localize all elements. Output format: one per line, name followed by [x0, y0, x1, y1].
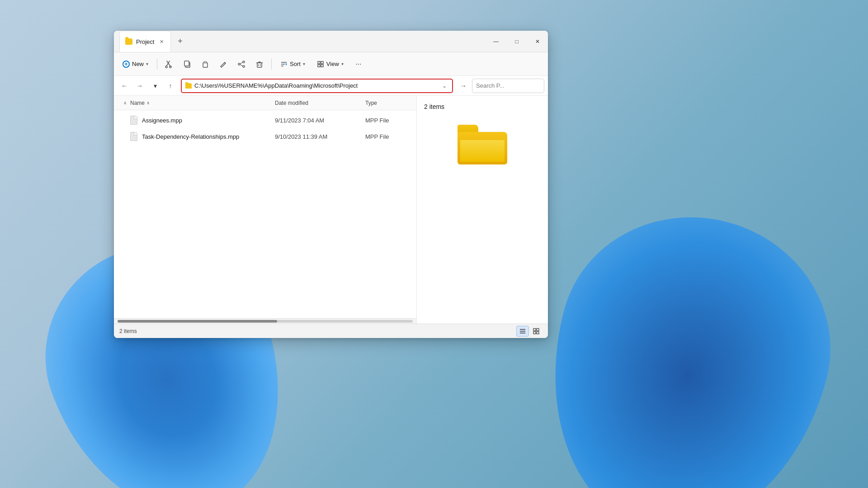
address-chevron-icon[interactable]: ⌄: [440, 82, 448, 90]
cut-icon: [165, 60, 173, 68]
back-icon: ←: [121, 82, 127, 89]
cut-button[interactable]: [161, 56, 177, 72]
up-button[interactable]: ↑: [164, 79, 177, 93]
preview-pane: 2 items: [417, 96, 548, 324]
svg-line-12: [240, 65, 243, 66]
new-button[interactable]: + New ▾: [118, 57, 153, 71]
navigation-bar: ← → ▾ ↑ ⌄ →: [114, 76, 548, 96]
back-button[interactable]: ←: [118, 79, 131, 93]
svg-rect-6: [203, 63, 208, 67]
toolbar: + New ▾: [114, 52, 548, 76]
new-dropdown-icon: ▾: [146, 61, 148, 66]
copy-icon: [183, 60, 191, 68]
new-icon: +: [123, 61, 130, 68]
view-button[interactable]: View ▾: [312, 57, 349, 71]
file-type: MPP File: [365, 133, 409, 140]
file-icon: [130, 116, 138, 125]
row-expand-space: [121, 133, 128, 140]
toolbar-divider-1: [157, 59, 157, 70]
minimize-button[interactable]: —: [486, 31, 506, 52]
sort-label: Sort: [290, 61, 301, 67]
svg-rect-22: [318, 65, 320, 67]
more-button[interactable]: ···: [350, 56, 367, 72]
new-label: New: [132, 61, 144, 67]
file-icon: [130, 132, 138, 141]
forward-icon: →: [137, 82, 143, 89]
expand-icon: ∧: [123, 100, 127, 105]
svg-rect-30: [537, 328, 539, 331]
view-toggle-buttons: [516, 326, 542, 337]
search-input[interactable]: [476, 82, 548, 89]
window-controls: — □ ✕: [486, 31, 548, 52]
search-bar[interactable]: [472, 79, 544, 93]
up-icon: ↑: [169, 82, 172, 89]
share-button[interactable]: [233, 56, 250, 72]
new-tab-button[interactable]: +: [173, 34, 187, 49]
svg-rect-7: [204, 61, 207, 63]
dropdown-button[interactable]: ▾: [148, 79, 162, 93]
tile-view-button[interactable]: [530, 326, 542, 337]
tab-area: Project ✕ +: [119, 31, 486, 52]
rename-button[interactable]: [215, 56, 231, 72]
svg-rect-23: [321, 65, 323, 67]
scrollbar-thumb[interactable]: [118, 320, 277, 323]
svg-rect-20: [318, 61, 320, 64]
sort-icon: [280, 61, 288, 68]
folder-inner: [460, 140, 505, 162]
svg-point-9: [243, 66, 245, 67]
go-icon: →: [460, 82, 467, 89]
column-sort-arrow: ∧: [146, 100, 150, 105]
tile-view-icon: [533, 328, 539, 334]
sort-button[interactable]: Sort ▾: [275, 57, 310, 71]
expand-collapse-button[interactable]: ∧: [121, 99, 128, 107]
delete-button[interactable]: [251, 56, 268, 72]
column-name-header[interactable]: Name ∧: [130, 100, 275, 106]
view-dropdown-icon: ▾: [341, 61, 344, 66]
preview-items-count: 2 items: [424, 103, 444, 110]
file-date: 9/11/2023 7:04 AM: [275, 117, 365, 124]
address-folder-icon: [185, 83, 192, 89]
tab-close-button[interactable]: ✕: [158, 38, 165, 45]
rename-icon: [219, 60, 227, 68]
delete-icon: [255, 60, 264, 68]
svg-point-3: [170, 66, 171, 68]
svg-rect-5: [184, 61, 189, 66]
svg-point-8: [243, 61, 245, 63]
svg-point-2: [165, 66, 167, 68]
toolbar-divider-2: [271, 59, 272, 70]
scrollbar-track: [118, 320, 413, 323]
file-name: Task-Dependency-Relationships.mpp: [142, 133, 275, 140]
title-bar: Project ✕ + — □ ✕: [114, 31, 548, 52]
address-input[interactable]: [194, 82, 440, 89]
folder-body: [458, 132, 507, 164]
close-button[interactable]: ✕: [527, 31, 548, 52]
share-icon: [237, 60, 245, 68]
column-type-label: Type: [365, 100, 377, 106]
maximize-button[interactable]: □: [506, 31, 527, 52]
file-date: 9/10/2023 11:39 AM: [275, 133, 365, 140]
column-type-header[interactable]: Type: [365, 100, 409, 106]
table-row[interactable]: Assignees.mpp 9/11/2023 7:04 AM MPP File: [114, 112, 416, 128]
paste-icon: [201, 60, 209, 68]
svg-rect-29: [533, 328, 536, 331]
address-bar[interactable]: ⌄: [181, 79, 453, 93]
content-area: ∧ Name ∧ Date modified Type: [114, 96, 548, 324]
list-view-icon: [519, 328, 526, 334]
column-headers: ∧ Name ∧ Date modified Type: [114, 96, 416, 110]
status-bar: 2 items: [114, 324, 548, 338]
svg-line-11: [240, 62, 243, 64]
status-text: 2 items: [119, 328, 137, 334]
address-go-button[interactable]: →: [457, 79, 470, 93]
explorer-window: Project ✕ + — □ ✕ + New ▾: [114, 31, 548, 338]
active-tab[interactable]: Project ✕: [119, 31, 171, 52]
list-view-button[interactable]: [516, 326, 529, 337]
forward-button[interactable]: →: [133, 79, 146, 93]
paste-button[interactable]: [197, 56, 213, 72]
table-row[interactable]: Task-Dependency-Relationships.mpp 9/10/2…: [114, 128, 416, 145]
scrollbar-area[interactable]: [114, 318, 416, 324]
file-list-area: ∧ Name ∧ Date modified Type: [114, 96, 417, 324]
svg-point-10: [238, 63, 240, 65]
dropdown-icon: ▾: [154, 82, 157, 89]
column-date-header[interactable]: Date modified: [275, 100, 365, 106]
copy-button[interactable]: [179, 56, 195, 72]
